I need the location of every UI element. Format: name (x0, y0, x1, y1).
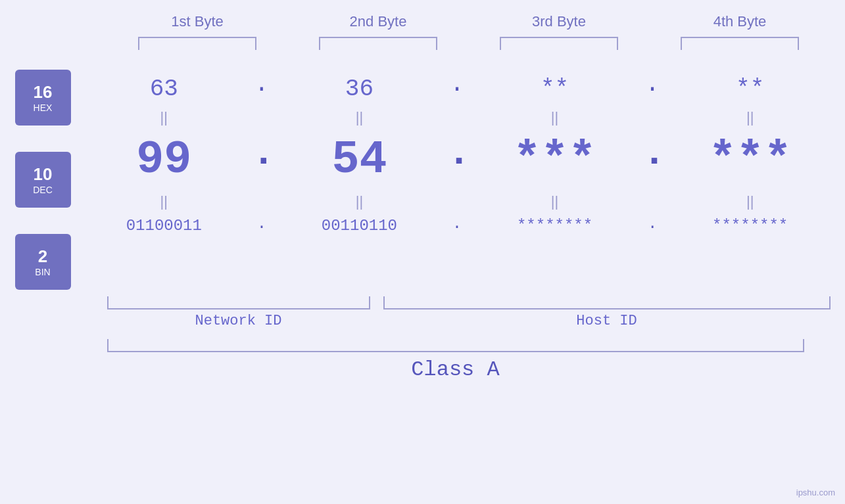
byte-headers: 1st Byte 2nd Byte 3rd Byte 4th Byte (107, 13, 831, 30)
data-rows: 63 . 36 . ** . ** || || || || 99 (84, 63, 831, 290)
bin-byte-4: ******** (678, 217, 823, 235)
dec-number: 10 (34, 164, 53, 185)
dec-name: DEC (33, 185, 53, 195)
class-label: Class A (107, 357, 804, 382)
bin-byte-2: 00110110 (287, 217, 431, 235)
eq1-4: || (678, 109, 823, 126)
bin-number: 2 (38, 246, 47, 267)
eq2-1: || (91, 193, 236, 210)
equals-row-1: || || || || (84, 108, 831, 127)
dec-badge: 10 DEC (15, 152, 71, 208)
hex-row: 63 . 36 . ** . ** (84, 63, 831, 108)
equals-row-2: || || || || (84, 192, 831, 212)
watermark: ipshu.com (796, 488, 835, 497)
hex-byte-4: ** (678, 76, 823, 103)
bin-dot-2: . (447, 215, 467, 237)
bracket-byte-3 (500, 37, 618, 50)
host-id-label: Host ID (383, 313, 831, 329)
dec-byte-2: 54 (287, 134, 431, 186)
content-area: 16 HEX 10 DEC 2 BIN 63 . 36 . ** . ** (15, 63, 831, 290)
bin-dot-1: . (252, 215, 272, 237)
byte-1-label: 1st Byte (132, 13, 263, 30)
bracket-byte-1 (138, 37, 256, 50)
byte-4-label: 4th Byte (674, 13, 806, 30)
byte-2-label: 2nd Byte (312, 13, 444, 30)
bin-byte-1: 01100011 (91, 217, 236, 235)
hex-byte-2: 36 (287, 76, 431, 103)
id-brackets (15, 296, 831, 309)
network-bracket (107, 296, 370, 309)
hex-dot-1: . (252, 73, 272, 104)
bracket-byte-4 (681, 37, 799, 50)
base-labels: 16 HEX 10 DEC 2 BIN (15, 63, 71, 290)
hex-badge: 16 HEX (15, 70, 71, 126)
dec-byte-4: *** (678, 134, 823, 186)
bracket-byte-2 (319, 37, 437, 50)
eq2-4: || (678, 193, 823, 210)
dec-row: 99 . 54 . *** . *** (84, 127, 831, 192)
eq1-2: || (287, 109, 431, 126)
bin-dot-3: . (642, 215, 662, 237)
eq1-3: || (483, 109, 627, 126)
top-brackets (107, 37, 831, 50)
dec-dot-1: . (252, 131, 272, 189)
hex-byte-3: ** (483, 76, 627, 103)
eq1-1: || (91, 109, 236, 126)
host-bracket (383, 296, 831, 309)
dec-byte-1: 99 (91, 134, 236, 186)
dec-byte-3: *** (483, 134, 627, 186)
hex-byte-1: 63 (91, 76, 236, 103)
bottom-section: Network ID Host ID Class A (15, 296, 831, 382)
bin-row: 01100011 . 00110110 . ******** . *******… (84, 212, 831, 246)
bin-badge: 2 BIN (15, 234, 71, 290)
network-id-label: Network ID (107, 313, 370, 329)
main-container: 1st Byte 2nd Byte 3rd Byte 4th Byte 16 H… (0, 0, 845, 504)
eq2-3: || (483, 193, 627, 210)
bin-name: BIN (35, 267, 50, 277)
hex-dot-2: . (447, 73, 467, 104)
eq2-2: || (287, 193, 431, 210)
id-labels-row: Network ID Host ID (15, 313, 831, 329)
bin-byte-3: ******** (483, 217, 627, 235)
class-bracket (107, 339, 804, 352)
byte-3-label: 3rd Byte (493, 13, 625, 30)
hex-dot-3: . (642, 73, 662, 104)
dec-dot-3: . (642, 131, 662, 189)
hex-number: 16 (34, 82, 53, 103)
dec-dot-2: . (447, 131, 467, 189)
hex-name: HEX (34, 103, 53, 113)
